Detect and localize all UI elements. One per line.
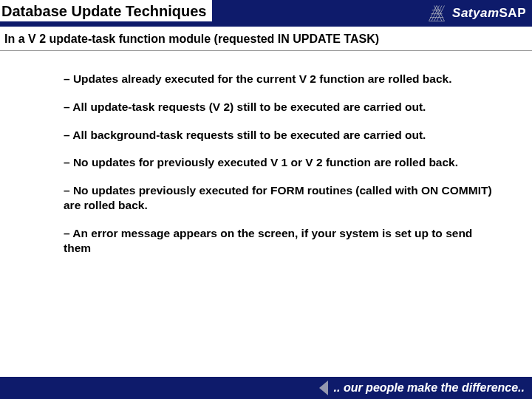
list-item: – No updates for previously executed V 1…	[64, 155, 495, 170]
satyam-logo-icon	[426, 3, 448, 24]
subtitle: In a V 2 update-task function module (re…	[0, 27, 532, 51]
list-item: – An error message appears on the screen…	[64, 226, 495, 256]
list-item: – No updates previously executed for FOR…	[64, 183, 495, 213]
brand-suffix: SAP	[499, 6, 526, 20]
list-item: – Updates already executed for the curre…	[64, 72, 495, 86]
list-item: – All background-task requests still to …	[64, 128, 495, 143]
brand-text: SatyamSAP	[452, 6, 526, 21]
logo-group: SatyamSAP	[426, 3, 532, 24]
page-title: Database Update Techniques	[1, 3, 206, 19]
list-item: – All update-task requests (V 2) still t…	[64, 100, 495, 115]
header-bar: Database Update Techniques SatyamSAP	[0, 0, 532, 27]
brand-prefix: Satyam	[452, 6, 499, 20]
content-area: – Updates already executed for the curre…	[0, 51, 532, 256]
footer-decoration-icon	[319, 381, 328, 395]
footer-bar: .. our people make the difference..	[0, 377, 532, 399]
title-box: Database Update Techniques	[0, 0, 212, 23]
footer-tagline: .. our people make the difference..	[334, 381, 525, 395]
